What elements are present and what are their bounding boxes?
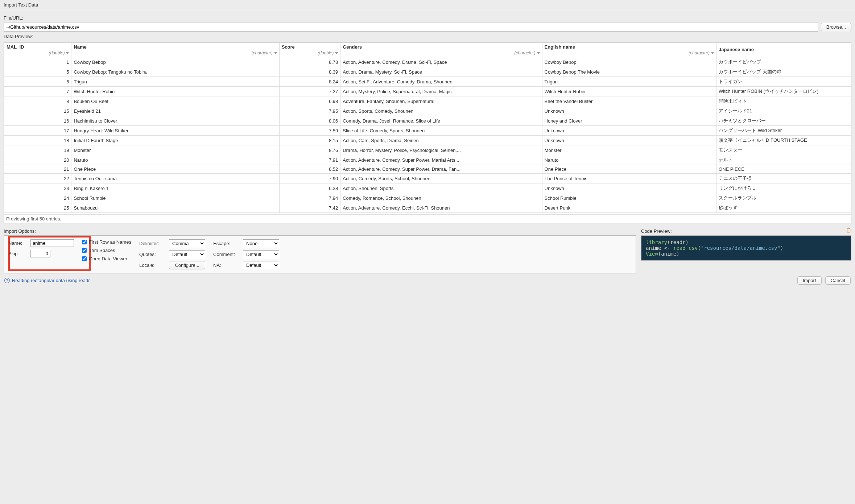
table-cell: 1 (4, 57, 71, 67)
table-cell: ナルト (716, 155, 851, 165)
table-cell: The Prince of Tennis (542, 174, 716, 183)
table-cell: 8.76 (279, 145, 340, 155)
table-row[interactable]: 1Cowboy Bebop8.78Action, Adventure, Come… (4, 57, 851, 67)
table-cell: Monster (71, 145, 279, 155)
table-cell: ONE PIECE (716, 165, 851, 174)
table-cell: 7.59 (279, 126, 340, 136)
table-cell: モンスター (716, 145, 851, 155)
help-link[interactable]: Reading rectangular data using readr (12, 278, 90, 283)
table-cell: 8 (4, 96, 71, 106)
trim-spaces-checkbox[interactable]: Trim Spaces (82, 248, 131, 253)
table-row[interactable]: 6Trigun8.24Action, Sci-Fi, Adventure, Co… (4, 77, 851, 87)
file-url-input[interactable] (4, 22, 818, 32)
table-cell: Bouken Ou Beet (71, 96, 279, 106)
table-cell: 8.06 (279, 116, 340, 126)
table-cell: Cowboy Bebop: Tengoku no Tobira (71, 67, 279, 77)
table-row[interactable]: 15Eyeshield 217.95Action, Sports, Comedy… (4, 106, 851, 116)
table-cell: アイシールド21 (716, 106, 851, 116)
table-cell: 25 (4, 203, 71, 213)
table-cell: Witch Hunter Robin (71, 87, 279, 96)
table-cell: 23 (4, 183, 71, 193)
column-header[interactable]: Genders(character) (340, 43, 542, 57)
code-preview: library(readr) anime <- read_csv("resour… (641, 235, 851, 261)
table-cell: ハチミツとクローバー (716, 116, 851, 126)
table-row[interactable]: 22Tennis no Ouji-sama7.90Action, Comedy,… (4, 174, 851, 183)
comment-label: Comment: (213, 252, 241, 257)
data-preview-table: MAL_ID(double)Name(character)Score(doubl… (4, 42, 851, 223)
table-cell: 7 (4, 87, 71, 96)
table-cell: 16 (4, 116, 71, 126)
table-cell: Hachimitsu to Clover (71, 116, 279, 126)
table-cell: 8.78 (279, 57, 340, 67)
help-icon[interactable]: ? (4, 278, 10, 283)
table-cell: 21 (4, 165, 71, 174)
browse-button[interactable]: Browse... (821, 23, 851, 31)
table-cell: 6.98 (279, 96, 340, 106)
table-cell: Initial D Fourth Stage (71, 136, 279, 145)
import-options-panel: Name: Skip: First Row as Names (4, 235, 636, 273)
table-cell: Comedy, Romance, School, Shounen (340, 193, 542, 203)
table-cell: Drama, Horror, Mystery, Police, Psycholo… (340, 145, 542, 155)
table-cell: Cowboy Bebop (542, 57, 716, 67)
table-cell: Action, Drama, Mystery, Sci-Fi, Space (340, 67, 542, 77)
table-cell: カウボーイビバップ 天国の扉 (716, 67, 851, 77)
preview-footer: Previewing first 50 entries. (4, 214, 851, 223)
table-cell: Action, Mystery, Police, Supernatural, D… (340, 87, 542, 96)
table-row[interactable]: 20Naruto7.91Action, Adventure, Comedy, S… (4, 155, 851, 165)
na-label: NA: (213, 263, 241, 268)
column-header[interactable]: English name(character) (542, 43, 716, 57)
table-cell: 7.94 (279, 193, 340, 203)
skip-input[interactable] (30, 250, 50, 257)
configure-locale-button[interactable]: Configure... (169, 261, 205, 269)
cancel-button[interactable]: Cancel (825, 276, 851, 285)
import-button[interactable]: Import (797, 276, 822, 285)
table-row[interactable]: 7Witch Hunter Robin7.27Action, Mystery, … (4, 87, 851, 96)
column-header[interactable]: Score(double) (279, 43, 340, 57)
table-cell: Action, Sports, Comedy, Shounen (340, 106, 542, 116)
table-cell: Naruto (542, 155, 716, 165)
table-row[interactable]: 25Sunabouzu7.42Action, Adventure, Comedy… (4, 203, 851, 213)
table-cell: テニスの王子様 (716, 174, 851, 183)
table-cell: Action, Comedy, Sports, School, Shounen (340, 174, 542, 183)
skip-label: Skip: (8, 251, 28, 256)
column-header[interactable]: Japanese name (716, 43, 851, 57)
na-select[interactable]: Default (243, 261, 279, 269)
table-cell: Unknown (542, 126, 716, 136)
table-cell: スクールランブル (716, 193, 851, 203)
quotes-select[interactable]: Default (169, 250, 205, 258)
name-label: Name: (8, 240, 28, 246)
name-input[interactable] (30, 239, 74, 247)
table-row[interactable]: 17Hungry Heart: Wild Striker7.59Slice of… (4, 126, 851, 136)
copy-code-icon[interactable] (846, 227, 851, 234)
table-row[interactable]: 24School Rumble7.94Comedy, Romance, Scho… (4, 193, 851, 203)
escape-select[interactable]: None (243, 239, 279, 247)
table-cell: 5 (4, 67, 71, 77)
file-url-label: File/URL: (4, 15, 851, 21)
table-cell: 7.27 (279, 87, 340, 96)
table-cell: 7.42 (279, 203, 340, 213)
table-row[interactable]: 19Monster8.76Drama, Horror, Mystery, Pol… (4, 145, 851, 155)
first-row-checkbox[interactable]: First Row as Names (82, 239, 131, 245)
open-data-viewer-checkbox[interactable]: Open Data Viewer (82, 256, 131, 261)
table-cell: Ring ni Kakero 1 (71, 183, 279, 193)
table-row[interactable]: 21One Piece8.52Action, Adventure, Comedy… (4, 165, 851, 174)
delimiter-select[interactable]: Comma (169, 239, 205, 247)
table-row[interactable]: 18Initial D Fourth Stage8.15Action, Cars… (4, 136, 851, 145)
comment-select[interactable]: Default (243, 250, 279, 258)
code-preview-label: Code Preview: (641, 228, 672, 234)
table-cell: Hungry Heart: Wild Striker (71, 126, 279, 136)
table-row[interactable]: 5Cowboy Bebop: Tengoku no Tobira8.39Acti… (4, 67, 851, 77)
table-cell: Action, Cars, Sports, Drama, Seinen (340, 136, 542, 145)
table-cell: Slice of Life, Comedy, Sports, Shounen (340, 126, 542, 136)
column-header[interactable]: Name(character) (71, 43, 279, 57)
table-cell: Naruto (71, 155, 279, 165)
table-row[interactable]: 16Hachimitsu to Clover8.06Comedy, Drama,… (4, 116, 851, 126)
table-cell: 8.52 (279, 165, 340, 174)
table-cell: Desert Punk (542, 203, 716, 213)
column-header[interactable]: MAL_ID(double) (4, 43, 71, 57)
table-cell: 7.95 (279, 106, 340, 116)
table-row[interactable]: 8Bouken Ou Beet6.98Adventure, Fantasy, S… (4, 96, 851, 106)
table-cell: 20 (4, 155, 71, 165)
table-row[interactable]: 23Ring ni Kakero 16.38Action, Shounen, S… (4, 183, 851, 193)
table-cell: 8.15 (279, 136, 340, 145)
